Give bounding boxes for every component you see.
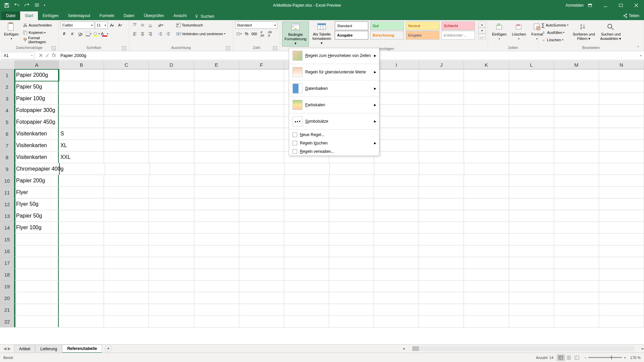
cell-M7[interactable] [554, 140, 599, 152]
cell-M14[interactable] [554, 222, 599, 234]
cell-K11[interactable] [464, 187, 509, 198]
cell-G17[interactable] [284, 257, 329, 269]
row-header-19[interactable]: 19 [0, 281, 15, 292]
wrap-text-button[interactable]: abcTextumbruch [175, 21, 226, 29]
cell-J14[interactable] [419, 222, 464, 234]
cell-N7[interactable] [599, 140, 644, 152]
style-schlecht[interactable]: Schlecht [441, 21, 475, 30]
delete-cells-button[interactable]: Löschen▾ [510, 21, 528, 42]
cell-N6[interactable] [599, 128, 644, 140]
font-name-select[interactable]: Calibri▾ [61, 21, 94, 29]
cell-G10[interactable] [284, 175, 329, 187]
cell-E5[interactable] [194, 116, 239, 128]
cell-B12[interactable] [59, 198, 104, 210]
cell-I2[interactable] [374, 81, 419, 93]
cell-K8[interactable] [464, 152, 509, 163]
fx-button[interactable]: fx [51, 52, 57, 59]
cell-J10[interactable] [419, 175, 464, 187]
menu-new-rule[interactable]: Neue Regel... [289, 130, 379, 139]
cell-I19[interactable] [374, 281, 419, 292]
cell-K1[interactable] [464, 69, 509, 81]
insert-cells-button[interactable]: Einfügen▾ [490, 21, 508, 42]
cell-K7[interactable] [464, 140, 509, 152]
quick-print-button[interactable] [32, 1, 42, 10]
sheet-nav-prev[interactable]: ◀ [3, 346, 6, 351]
cell-E13[interactable] [194, 210, 239, 222]
cell-K17[interactable] [464, 257, 509, 269]
cell-B17[interactable] [59, 257, 104, 269]
cell-K12[interactable] [464, 198, 509, 210]
cell-D10[interactable] [149, 175, 194, 187]
cell-L8[interactable] [509, 152, 554, 163]
cell-N1[interactable] [599, 69, 644, 81]
cell-B10[interactable] [59, 175, 104, 187]
cell-N10[interactable] [599, 175, 644, 187]
cell-N11[interactable] [599, 187, 644, 198]
cell-K6[interactable] [464, 128, 509, 140]
cell-B19[interactable] [59, 281, 104, 292]
borders-button[interactable]: ▾ [85, 30, 92, 38]
cell-F11[interactable] [239, 187, 284, 198]
cell-G13[interactable] [284, 210, 329, 222]
fill-button[interactable]: Ausfüllen▾ [540, 29, 570, 36]
cell-E3[interactable] [194, 93, 239, 105]
cell-A20[interactable] [15, 292, 59, 304]
cell-I12[interactable] [374, 198, 419, 210]
cell-D12[interactable] [149, 198, 194, 210]
cell-M17[interactable] [554, 257, 599, 269]
cell-E15[interactable] [194, 234, 239, 245]
cell-J22[interactable] [419, 316, 464, 327]
cell-I20[interactable] [374, 292, 419, 304]
cell-F16[interactable] [239, 245, 284, 257]
cell-F2[interactable] [239, 81, 284, 93]
cell-L5[interactable] [509, 116, 554, 128]
cell-L15[interactable] [509, 234, 554, 245]
cell-D6[interactable] [149, 128, 194, 140]
cell-C18[interactable] [104, 269, 149, 281]
column-header-K[interactable]: K [464, 60, 509, 69]
cell-A22[interactable] [15, 316, 59, 327]
menu-top-bottom-rules[interactable]: Regeln für oberste/unterste Werte ▶ [289, 65, 379, 79]
cell-A19[interactable] [15, 281, 59, 292]
cell-C15[interactable] [104, 234, 149, 245]
cell-L1[interactable] [509, 69, 554, 81]
cell-E21[interactable] [194, 304, 239, 316]
cell-N17[interactable] [599, 257, 644, 269]
cell-B1[interactable] [59, 69, 104, 81]
sheet-tab-lieferung[interactable]: Lieferung [35, 345, 62, 353]
cell-H16[interactable] [329, 245, 374, 257]
cell-C12[interactable] [104, 198, 149, 210]
cell-A16[interactable] [15, 245, 59, 257]
comma-button[interactable]: 000 [251, 30, 258, 38]
autosum-button[interactable]: ∑AutoSumme▾ [540, 21, 570, 29]
cell-F22[interactable] [239, 316, 284, 327]
font-size-select[interactable]: 11▾ [95, 21, 108, 29]
cell-H14[interactable] [329, 222, 374, 234]
tab-datei[interactable]: Datei [1, 11, 20, 20]
cell-L14[interactable] [509, 222, 554, 234]
decrease-decimal-button[interactable]: ,00,0 [266, 30, 273, 38]
row-header-3[interactable]: 3 [0, 93, 15, 105]
cell-L17[interactable] [509, 257, 554, 269]
number-launcher[interactable]: ⤡ [273, 46, 277, 50]
cell-M3[interactable] [554, 93, 599, 105]
cell-I9[interactable] [374, 163, 419, 175]
cell-I22[interactable] [374, 316, 419, 327]
cell-B18[interactable] [59, 269, 104, 281]
cell-M18[interactable] [554, 269, 599, 281]
cell-F10[interactable] [239, 175, 284, 187]
cell-D15[interactable] [149, 234, 194, 245]
conditional-formatting-button[interactable]: BedingteFormatierung ▾ [282, 21, 309, 47]
cell-C10[interactable] [104, 175, 149, 187]
cell-F13[interactable] [239, 210, 284, 222]
cell-E8[interactable] [194, 152, 239, 163]
cell-F1[interactable] [239, 69, 284, 81]
select-all-corner[interactable] [0, 60, 15, 69]
align-bottom-button[interactable] [147, 21, 154, 29]
menu-clear-rules[interactable]: Regeln löschen ▶ [289, 139, 379, 147]
cell-C17[interactable] [104, 257, 149, 269]
styles-scroll-up[interactable]: ▴ [478, 21, 486, 27]
cell-A14[interactable]: Flyer 100g [15, 222, 59, 234]
cell-H19[interactable] [329, 281, 374, 292]
cell-J8[interactable] [419, 152, 464, 163]
